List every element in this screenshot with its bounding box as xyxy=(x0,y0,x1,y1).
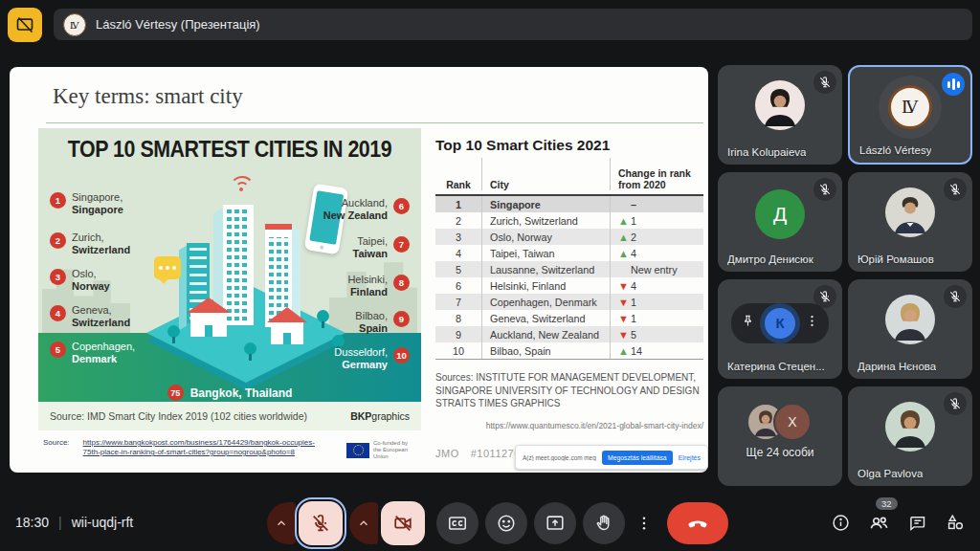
participant-tile-olga[interactable]: Olga Pavlova xyxy=(848,386,972,486)
participant-tile-yurii[interactable]: Юрій Ромашов xyxy=(848,172,972,272)
rank-change-arrow: ▼ xyxy=(618,314,631,323)
participant-initial-avatar: Д xyxy=(755,189,805,239)
ranked-city-7: 7 Taipei,Taiwan xyxy=(353,235,410,260)
slide-title: Key terms: smart city xyxy=(53,84,243,109)
ranked-city-4: 4 Geneva,Switzerland xyxy=(50,304,130,329)
clock-time: 18:30 xyxy=(15,515,49,530)
participant-tile-daryna[interactable]: Дарина Нєнова xyxy=(848,279,972,379)
table-row: 6Helsinki, Finland▼4 xyxy=(435,277,703,294)
mic-off-icon xyxy=(944,178,967,201)
speaking-indicator-icon xyxy=(942,73,965,96)
table-title: Top 10 Smart Cities 2021 xyxy=(435,137,610,154)
mic-options-chevron[interactable] xyxy=(267,502,296,544)
pin-icon[interactable] xyxy=(741,314,755,332)
toast-message: A(z) meet.google.com megosztja a képerny… xyxy=(523,454,596,461)
table-row: 7Copenhagen, Denmark▼1 xyxy=(435,294,703,310)
participant-tile-irina[interactable]: Irina Kolupaieva xyxy=(718,65,842,165)
participant-name: Катерина Стецен... xyxy=(727,361,825,372)
rank-change-arrow: ▼ xyxy=(618,298,631,307)
table-row: 9Auckland, New Zealand▼5 xyxy=(435,326,703,342)
mic-off-icon xyxy=(813,71,836,94)
camera-options-chevron[interactable] xyxy=(349,502,378,544)
mic-off-icon xyxy=(944,285,967,308)
participant-photo-avatar xyxy=(885,402,935,452)
participant-name: Irina Kolupaieva xyxy=(727,146,806,158)
call-controls xyxy=(267,501,728,545)
mic-off-icon xyxy=(813,285,836,308)
ranked-city-1: 1 Singapore,Singapore xyxy=(50,191,123,216)
presenter-avatar: LV xyxy=(63,13,86,36)
activities-button[interactable] xyxy=(944,505,967,540)
participant-name: Дмитро Денисюк xyxy=(727,253,813,265)
participant-tile-dmytro[interactable]: Д Дмитро Денисюк xyxy=(718,172,842,272)
infographic-source-strip: Source: IMD Smart City Index 2019 (102 c… xyxy=(38,402,421,430)
rank-change-arrow: ▲ xyxy=(618,232,631,242)
participants-button[interactable]: 32 xyxy=(867,505,890,540)
rank-change-arrow: ▲ xyxy=(618,249,631,258)
reactions-button[interactable] xyxy=(485,502,527,544)
presenter-label: László Vértesy (Презентація) xyxy=(96,17,260,32)
raise-hand-button[interactable] xyxy=(583,502,625,544)
more-options-icon[interactable] xyxy=(805,314,819,332)
eu-cofunded-logo: Co-funded by the European Union xyxy=(346,440,415,460)
chat-bubble-illustration xyxy=(154,256,181,279)
table-row: 2Zurich, Switzerland▲1 xyxy=(435,212,703,229)
rank-change-arrow: ▲ xyxy=(618,216,631,226)
mic-off-icon xyxy=(813,178,836,201)
end-call-button[interactable] xyxy=(667,502,728,544)
table-source-link: https://www.quantumesco.it/en/2021-globa… xyxy=(435,421,703,430)
ranked-city-3: 3 Oslo,Norway xyxy=(50,268,110,293)
table-row: 4Taipei, Taiwan▲4 xyxy=(435,245,703,261)
participant-grid: Irina Kolupaieva LV László Vértesy Д Дми… xyxy=(718,65,972,486)
ranked-city-2: 2 Zurich,Switzerland xyxy=(50,231,130,256)
participant-name: Olga Pavlova xyxy=(858,468,923,479)
participant-tile-overflow[interactable]: X Ще 24 особи xyxy=(718,386,842,486)
participant-name: László Vértesy xyxy=(859,144,931,156)
presentation-banner[interactable]: LV László Vértesy (Презентація) xyxy=(54,9,972,40)
participant-photo-avatar xyxy=(885,295,935,344)
meeting-code: wii-uqdj-rft xyxy=(72,515,134,530)
participant-initial-avatar: К xyxy=(765,308,795,339)
table-row: 3Oslo, Norway▲2 xyxy=(435,229,703,245)
bangkok-rank: 75 Bangkok, Thailand xyxy=(38,385,421,401)
captions-button[interactable] xyxy=(436,502,479,544)
ranked-city-9: 9 Bilbao,Spain xyxy=(355,310,410,335)
ranked-city-5: 5 Copenhagen,Denmark xyxy=(50,341,135,365)
infographic-source: Source: IMD Smart City Index 2019 (102 c… xyxy=(50,410,307,422)
participant-tile-kateryna[interactable]: К Катерина Стецен... xyxy=(718,279,842,379)
table-row: 10Bilbao, Spain▲14 xyxy=(435,342,703,359)
panel-buttons: 32 xyxy=(829,505,967,540)
ranked-city-6: 6 Auckland,New Zealand xyxy=(323,197,410,222)
ranked-city-8: 8 Helsinki,Finland xyxy=(347,274,410,298)
ranked-city-10: 10 Dusseldorf,Germany xyxy=(334,346,410,371)
overflow-avatars: X xyxy=(748,403,812,441)
table-row: 5Lausanne, SwitzerlandNew entry xyxy=(435,261,703,277)
google-meet-window: LV László Vértesy (Презентація) Key term… xyxy=(0,0,980,551)
table-row: 1Singapore– xyxy=(435,196,703,212)
participant-photo-avatar xyxy=(885,187,935,237)
rank-change-arrow: ▼ xyxy=(618,281,631,291)
infographic-title: TOP 10 SMARTEST CITIES IN 2019 xyxy=(52,137,408,163)
participant-tile-laszlo[interactable]: LV László Vértesy xyxy=(848,65,972,165)
infographic-2019: TOP 10 SMARTEST CITIES IN 2019 1 Singapo… xyxy=(38,128,421,430)
meeting-meta: 18:30 | wii-uqdj-rft xyxy=(15,515,133,530)
meeting-details-button[interactable] xyxy=(829,505,852,540)
table-header: Rank City Change in rank from 2020 xyxy=(435,158,703,196)
mic-off-icon xyxy=(944,392,967,415)
shared-screen-slide: Key terms: smart city TOP 10 SMARTEST CI… xyxy=(10,67,708,473)
participant-name: Дарина Нєнова xyxy=(858,361,936,372)
present-button[interactable] xyxy=(534,502,576,544)
mic-toggle-button[interactable] xyxy=(299,501,343,545)
more-options-button[interactable] xyxy=(630,502,658,544)
tile-hover-toolbar: К xyxy=(731,303,829,343)
stop-sharing-button[interactable]: Megosztás leállítása xyxy=(602,451,673,465)
overflow-count-avatar: X xyxy=(773,403,812,441)
chat-button[interactable] xyxy=(905,505,928,540)
screen-share-warning-icon[interactable] xyxy=(8,8,42,42)
eu-flag-icon xyxy=(346,443,369,458)
participant-logo-avatar: LV xyxy=(879,76,942,139)
hide-toast-button[interactable]: Elrejtés xyxy=(679,454,701,461)
participant-count-badge: 32 xyxy=(876,497,898,510)
wifi-icon xyxy=(229,174,254,199)
camera-toggle-button[interactable] xyxy=(381,501,425,545)
